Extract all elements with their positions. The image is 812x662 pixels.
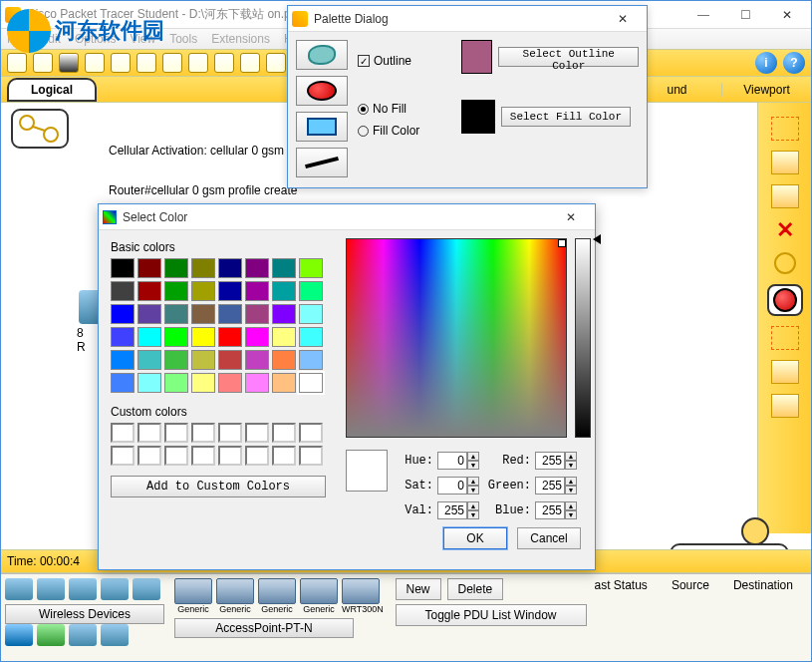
basic-color-cell[interactable] — [137, 373, 161, 393]
basic-color-cell[interactable] — [218, 258, 242, 278]
basic-color-cell[interactable] — [218, 281, 242, 301]
custom-color-cell[interactable] — [245, 446, 269, 466]
cat-connections-icon[interactable] — [133, 578, 160, 600]
shape-line-button[interactable] — [296, 148, 348, 177]
resize-tool-icon[interactable] — [771, 326, 799, 350]
custom-color-cell[interactable] — [191, 446, 215, 466]
custom-color-cell[interactable] — [272, 446, 296, 466]
custom-color-cell[interactable] — [111, 423, 135, 443]
basic-color-cell[interactable] — [111, 373, 135, 393]
basic-color-cell[interactable] — [191, 304, 215, 324]
tool-open-icon[interactable] — [33, 53, 53, 73]
basic-color-cell[interactable] — [299, 304, 323, 324]
custom-color-cell[interactable] — [272, 423, 296, 443]
basic-color-cell[interactable] — [299, 281, 323, 301]
cat-multi-icon[interactable] — [101, 624, 129, 646]
basic-color-cell[interactable] — [164, 304, 188, 324]
sat-input[interactable]: ▲▼ — [437, 477, 483, 495]
outline-checkbox[interactable]: ✓Outline — [358, 54, 451, 68]
basic-color-cell[interactable] — [137, 327, 161, 347]
device-item[interactable]: Generic — [258, 578, 296, 614]
basic-color-cell[interactable] — [137, 281, 161, 301]
basic-color-cell[interactable] — [299, 258, 323, 278]
val-input[interactable]: ▲▼ — [437, 501, 483, 519]
basic-color-cell[interactable] — [218, 350, 242, 370]
tool-wizard-icon[interactable] — [111, 53, 131, 73]
basic-color-cell[interactable] — [218, 327, 242, 347]
info-button[interactable]: i — [755, 52, 777, 74]
basic-color-cell[interactable] — [137, 304, 161, 324]
simple-pdu-icon[interactable] — [771, 360, 799, 384]
select-outline-color-button[interactable]: Select Outline Color — [498, 47, 639, 67]
custom-color-cell[interactable] — [164, 423, 188, 443]
custom-color-cell[interactable] — [164, 446, 188, 466]
device-item[interactable]: Generic — [174, 578, 212, 614]
maximize-button[interactable]: ☐ — [725, 3, 765, 27]
basic-color-cell[interactable] — [272, 281, 296, 301]
tool-zoom-out-icon[interactable] — [266, 53, 286, 73]
basic-color-cell[interactable] — [191, 258, 215, 278]
tool-undo-icon[interactable] — [188, 53, 208, 73]
toggle-pdu-button[interactable]: Toggle PDU List Window — [396, 604, 587, 626]
device-item[interactable]: Generic — [300, 578, 338, 614]
cluster-icon[interactable] — [11, 109, 69, 149]
realtime-clock-icon[interactable] — [741, 517, 769, 545]
shape-ellipse-button[interactable] — [296, 76, 348, 106]
basic-color-cell[interactable] — [137, 258, 161, 278]
tool-zoom-in-icon[interactable] — [240, 53, 260, 73]
red-input[interactable]: ▲▼ — [535, 452, 581, 470]
custom-color-cell[interactable] — [245, 423, 269, 443]
inspect-tool-icon[interactable] — [774, 252, 796, 274]
color-spectrum[interactable] — [346, 238, 567, 438]
basic-color-cell[interactable] — [137, 350, 161, 370]
menu-tools[interactable]: Tools — [169, 32, 197, 46]
help-button[interactable]: ? — [783, 52, 805, 74]
basic-color-cell[interactable] — [299, 327, 323, 347]
basic-color-cell[interactable] — [218, 373, 242, 393]
select-fill-color-button[interactable]: Select Fill Color — [501, 107, 631, 127]
delete-button[interactable]: Delete — [447, 578, 504, 600]
place-note-icon[interactable] — [771, 184, 799, 208]
tool-paste-icon[interactable] — [162, 53, 182, 73]
basic-color-cell[interactable] — [111, 327, 135, 347]
tool-redo-icon[interactable] — [214, 53, 234, 73]
basic-color-cell[interactable] — [299, 373, 323, 393]
basic-color-cell[interactable] — [272, 350, 296, 370]
new-button[interactable]: New — [396, 578, 441, 600]
cat-routers-icon[interactable] — [5, 578, 33, 600]
basic-color-cell[interactable] — [272, 304, 296, 324]
basic-color-cell[interactable] — [164, 258, 188, 278]
blue-input[interactable]: ▲▼ — [535, 501, 581, 519]
value-strip[interactable] — [575, 238, 591, 438]
cancel-button[interactable]: Cancel — [517, 527, 581, 549]
viewport-button[interactable]: Viewport — [721, 83, 811, 97]
palette-close-button[interactable]: ✕ — [603, 7, 643, 31]
delete-tool-icon[interactable]: ✕ — [771, 218, 799, 242]
device-item[interactable]: Generic — [216, 578, 254, 614]
basic-color-cell[interactable] — [191, 350, 215, 370]
hue-input[interactable]: ▲▼ — [437, 452, 483, 470]
custom-color-cell[interactable] — [299, 423, 323, 443]
basic-color-cell[interactable] — [191, 373, 215, 393]
custom-color-cell[interactable] — [137, 446, 161, 466]
cat-wireless-icon[interactable] — [101, 578, 129, 600]
minimize-button[interactable]: — — [683, 3, 723, 27]
basic-color-cell[interactable] — [164, 350, 188, 370]
spectrum-cursor[interactable] — [558, 239, 566, 247]
green-input[interactable]: ▲▼ — [535, 477, 581, 495]
draw-tool-selected[interactable] — [767, 284, 803, 316]
no-fill-radio[interactable]: No Fill — [358, 102, 451, 116]
basic-color-cell[interactable] — [245, 258, 269, 278]
cat-hubs-icon[interactable] — [69, 578, 97, 600]
basic-color-cell[interactable] — [245, 281, 269, 301]
tool-print-icon[interactable] — [85, 53, 105, 73]
custom-color-cell[interactable] — [191, 423, 215, 443]
basic-color-cell[interactable] — [272, 373, 296, 393]
tab-logical[interactable]: Logical — [7, 78, 97, 102]
cat-custom-icon[interactable] — [69, 624, 97, 646]
tool-copy-icon[interactable] — [136, 53, 156, 73]
basic-color-cell[interactable] — [111, 258, 135, 278]
custom-color-cell[interactable] — [218, 446, 242, 466]
custom-color-cell[interactable] — [137, 423, 161, 443]
menu-extensions[interactable]: Extensions — [211, 32, 270, 46]
